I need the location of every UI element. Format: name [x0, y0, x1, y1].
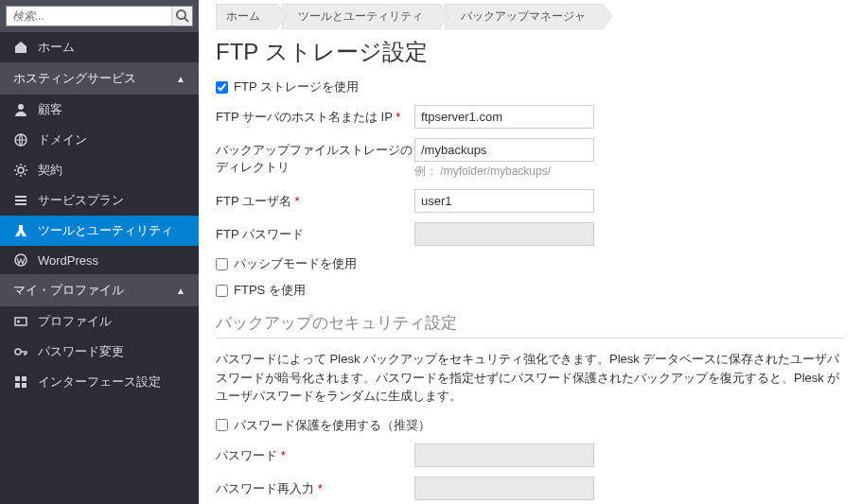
- passive-mode-label: パッシブモードを使用: [234, 255, 357, 272]
- svg-rect-12: [15, 376, 20, 381]
- sidebar-group-label: ホスティングサービス: [13, 70, 136, 87]
- sidebar-item-profile[interactable]: プロファイル: [0, 306, 199, 337]
- svg-rect-5: [15, 196, 26, 198]
- use-ftp-storage-checkbox[interactable]: [216, 81, 228, 94]
- svg-rect-13: [22, 376, 26, 381]
- sidebar-item-label: プロファイル: [38, 313, 112, 330]
- sidebar-item-label: WordPress: [38, 253, 98, 268]
- wordpress-icon: [13, 252, 28, 268]
- sidebar-item-domains[interactable]: ドメイン: [0, 125, 199, 155]
- search-wrap: [0, 0, 199, 32]
- sidebar-item-label: パスワード変更: [38, 343, 124, 360]
- sidebar-item-label: インターフェース設定: [38, 374, 161, 391]
- passive-mode-checkbox[interactable]: [216, 258, 228, 270]
- sidebar: ホーム ホスティングサービス ▲ 顧客 ドメイン 契約 サービスプラン ツールと…: [0, 0, 199, 504]
- search-button[interactable]: [171, 7, 192, 26]
- ftp-pass-input[interactable]: [414, 222, 594, 246]
- key-icon: [13, 344, 28, 359]
- sidebar-item-label: サービスプラン: [38, 192, 124, 209]
- dir-label: バックアップファイルストレージのディレクトリ: [216, 138, 414, 176]
- pw-protect-checkbox[interactable]: [216, 419, 228, 431]
- sidebar-item-label: ホーム: [38, 39, 75, 56]
- pw2-label: パスワード再入力 *: [216, 477, 414, 497]
- sidebar-item-subscriptions[interactable]: 契約: [0, 155, 199, 185]
- sidebar-group-profile[interactable]: マイ・プロファイル ▲: [0, 274, 199, 306]
- dir-hint: 例： /myfolder/mybackups/: [414, 164, 845, 180]
- sidebar-item-interface-settings[interactable]: インターフェース設定: [0, 367, 199, 397]
- sidebar-item-change-password[interactable]: パスワード変更: [0, 337, 199, 367]
- pw-protect-label: パスワード保護を使用する（推奨）: [234, 417, 431, 434]
- sidebar-item-label: ツールとユーティリティ: [38, 222, 173, 239]
- svg-rect-6: [15, 200, 26, 201]
- dir-input[interactable]: [414, 138, 594, 162]
- sidebar-item-home[interactable]: ホーム: [0, 32, 199, 62]
- pw2-input[interactable]: [414, 477, 594, 500]
- globe-icon: [13, 132, 28, 148]
- pw-input[interactable]: [414, 443, 594, 467]
- breadcrumb-item-tools[interactable]: ツールとユーティリティ: [282, 4, 441, 29]
- sidebar-item-label: ドメイン: [38, 131, 87, 148]
- grid-icon: [13, 374, 28, 390]
- search-box: [6, 6, 193, 26]
- svg-point-10: [17, 321, 20, 323]
- svg-rect-7: [15, 203, 26, 205]
- ftps-label: FTPS を使用: [234, 282, 306, 299]
- svg-rect-9: [15, 318, 26, 325]
- svg-rect-15: [22, 383, 26, 388]
- sidebar-item-customers[interactable]: 顧客: [0, 95, 199, 125]
- card-icon: [13, 314, 28, 329]
- user-label: FTP ユーザ名 *: [216, 189, 414, 210]
- sidebar-group-hosting[interactable]: ホスティングサービス ▲: [0, 62, 199, 95]
- use-ftp-storage-label: FTP ストレージを使用: [234, 78, 359, 96]
- svg-point-4: [18, 167, 24, 173]
- tools-icon: [13, 223, 28, 238]
- sidebar-item-label: 契約: [38, 162, 62, 179]
- gear-icon: [13, 163, 28, 178]
- host-label: FTP サーバのホスト名または IP *: [216, 105, 414, 126]
- ftp-pass-label: FTP パスワード: [216, 222, 414, 243]
- breadcrumb: ホーム ツールとユーティリティ バックアップマネージャ: [216, 4, 845, 29]
- security-section-title: バックアップのセキュリティ設定: [216, 312, 845, 339]
- search-icon: [175, 9, 190, 24]
- user-input[interactable]: [414, 189, 594, 213]
- breadcrumb-item-backup-manager[interactable]: バックアップマネージャ: [445, 4, 604, 29]
- user-icon: [13, 102, 28, 117]
- caret-up-icon: ▲: [176, 74, 185, 84]
- home-icon: [13, 40, 28, 55]
- breadcrumb-item-home[interactable]: ホーム: [216, 4, 278, 29]
- svg-line-1: [185, 18, 188, 22]
- main-content: ホーム ツールとユーティリティ バックアップマネージャ FTP ストレージ設定 …: [199, 0, 862, 504]
- ftps-checkbox[interactable]: [216, 285, 228, 297]
- sidebar-item-label: 顧客: [38, 101, 62, 118]
- list-icon: [13, 193, 28, 208]
- sidebar-item-wordpress[interactable]: WordPress: [0, 246, 199, 274]
- search-input[interactable]: [7, 7, 171, 26]
- svg-point-11: [15, 349, 21, 355]
- svg-rect-14: [15, 383, 20, 388]
- sidebar-item-tools[interactable]: ツールとユーティリティ: [0, 216, 199, 246]
- sidebar-item-service-plans[interactable]: サービスプラン: [0, 185, 199, 216]
- pw-label: パスワード *: [216, 443, 414, 464]
- page-title: FTP ストレージ設定: [216, 37, 845, 67]
- svg-point-0: [177, 10, 185, 19]
- host-input[interactable]: [414, 105, 594, 129]
- sidebar-group-label: マイ・プロファイル: [13, 282, 124, 299]
- svg-point-2: [18, 104, 24, 110]
- security-description: パスワードによって Plesk バックアップをセキュリティ強化できます。Ples…: [216, 350, 845, 406]
- caret-up-icon: ▲: [176, 286, 185, 296]
